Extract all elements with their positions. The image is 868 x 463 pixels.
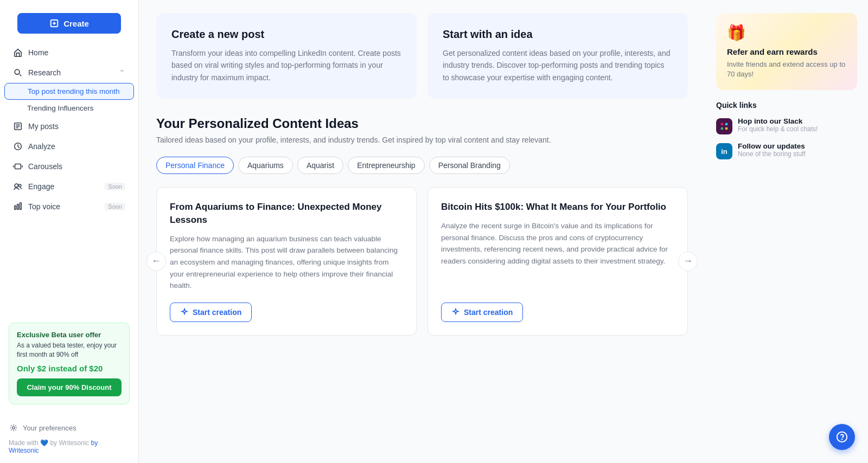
content-card-1: From Aquariums to Finance: Unexpected Mo… — [156, 187, 417, 336]
sidebar-item-research-label: Research — [28, 68, 61, 77]
carousel-next-button[interactable]: → — [678, 252, 698, 271]
section-title: Your Personalized Content Ideas — [156, 116, 688, 131]
tab-aquariums[interactable]: Aquariums — [238, 157, 293, 174]
start-with-idea-title: Start with an idea — [443, 28, 673, 41]
sidebar-nav: Home Research ⌃ Top post trending this m… — [0, 42, 138, 217]
claim-discount-button[interactable]: Claim your 90% Discount — [17, 378, 122, 396]
by-label: by Writesonic — [50, 439, 89, 447]
linkedin-icon: in — [716, 143, 732, 159]
refer-title: Refer and earn rewards — [727, 47, 846, 56]
tab-personal-finance[interactable]: Personal Finance — [156, 157, 234, 174]
svg-rect-14 — [725, 127, 728, 130]
beta-offer-box: Exclusive Beta user offer As a valued be… — [9, 323, 130, 404]
personalized-section: Your Personalized Content Ideas Tailored… — [156, 116, 688, 336]
create-icon — [49, 18, 59, 28]
beta-price: Only $2 instead of $20 — [17, 364, 122, 373]
chevron-up-icon: ⌃ — [119, 68, 125, 77]
sidebar-subitem-trending-influencers-label: Trending Influencers — [27, 104, 94, 112]
svg-point-6 — [18, 184, 21, 187]
linkedin-link-title: Follow our updates — [738, 142, 806, 150]
help-fab[interactable] — [829, 424, 855, 450]
sidebar: Create Home Research ⌃ Top post trending… — [0, 0, 139, 463]
sidebar-item-research[interactable]: Research ⌃ — [4, 63, 134, 82]
sidebar-item-home-label: Home — [28, 48, 48, 57]
made-with-text: Made with — [9, 439, 39, 447]
sidebar-item-home[interactable]: Home — [4, 43, 134, 62]
create-new-post-card[interactable]: Create a new post Transform your ideas i… — [156, 13, 417, 99]
heart-icon: 💙 — [40, 439, 50, 447]
sidebar-item-top-voice-label: Top voice — [28, 202, 60, 211]
refer-card[interactable]: 🎁 Refer and earn rewards Invite friends … — [716, 13, 857, 90]
topvoice-icon — [13, 202, 23, 211]
sidebar-item-analyze-label: Analyze — [28, 142, 55, 151]
quick-links-heading: Quick links — [716, 101, 857, 110]
svg-rect-13 — [721, 127, 724, 130]
preferences-icon — [9, 423, 18, 433]
filter-tabs: Personal Finance Aquariums Aquarist Entr… — [156, 157, 688, 174]
main-content: Create a new post Transform your ideas i… — [139, 0, 705, 463]
carousels-icon — [13, 162, 23, 171]
tab-entrepreneurship[interactable]: Entrepreneurship — [348, 157, 424, 174]
start-creation-label-1: Start creation — [193, 308, 241, 317]
svg-point-5 — [15, 184, 18, 187]
svg-rect-12 — [725, 123, 728, 126]
sidebar-item-top-voice[interactable]: Top voice Soon — [4, 197, 134, 216]
slack-link-desc: For quick help & cool chats! — [738, 125, 818, 133]
quick-link-slack[interactable]: Hop into our Slack For quick help & cool… — [716, 117, 857, 134]
top-cards-row: Create a new post Transform your ideas i… — [156, 13, 688, 99]
content-cards-row: ← From Aquariums to Finance: Unexpected … — [156, 187, 688, 336]
slack-icon — [716, 118, 732, 134]
slack-logo — [719, 121, 729, 131]
tab-personal-branding[interactable]: Personal Branding — [429, 157, 510, 174]
sidebar-footer: Your preferences Made with 💙 by Writeson… — [0, 413, 138, 463]
content-card-1-title: From Aquariums to Finance: Unexpected Mo… — [170, 201, 403, 227]
content-card-2: Bitcoin Hits $100k: What It Means for Yo… — [427, 187, 688, 336]
preferences-item[interactable]: Your preferences — [9, 420, 130, 436]
made-with-footer: Made with 💙 by Writesonic by Writesonic — [9, 439, 130, 454]
svg-rect-4 — [15, 164, 21, 169]
top-voice-badge: Soon — [105, 203, 125, 210]
start-with-idea-card[interactable]: Start with an idea Get personalized cont… — [427, 13, 688, 99]
analyze-icon — [13, 142, 23, 151]
sidebar-subitem-top-post[interactable]: Top post trending this month — [4, 83, 134, 100]
beta-title: Exclusive Beta user offer — [17, 331, 122, 339]
sparkle-icon-1 — [180, 308, 189, 317]
quick-links-section: Quick links Hop into our Slack For quick… — [716, 101, 857, 167]
linkedin-link-desc: None of the boring stuff — [738, 150, 806, 158]
content-card-2-description: Analyze the recent surge in Bitcoin's va… — [441, 220, 674, 292]
section-subtitle: Tailored ideas based on your profile, in… — [156, 134, 688, 146]
sidebar-item-engage[interactable]: Engage Soon — [4, 177, 134, 196]
help-icon — [836, 431, 848, 443]
engage-icon — [13, 182, 23, 191]
start-with-idea-description: Get personalized content ideas based on … — [443, 47, 673, 83]
create-label: Create — [63, 19, 89, 28]
sidebar-item-analyze[interactable]: Analyze — [4, 137, 134, 156]
sidebar-subitem-trending-influencers[interactable]: Trending Influencers — [4, 100, 134, 116]
svg-point-10 — [12, 427, 15, 429]
engage-badge: Soon — [105, 183, 125, 190]
content-card-2-title: Bitcoin Hits $100k: What It Means for Yo… — [441, 201, 674, 214]
create-new-post-title: Create a new post — [171, 28, 401, 41]
start-creation-label-2: Start creation — [464, 308, 513, 317]
svg-rect-8 — [17, 204, 19, 210]
quick-link-linkedin[interactable]: in Follow our updates None of the boring… — [716, 142, 857, 159]
slack-link-title: Hop into our Slack — [738, 117, 818, 125]
svg-rect-11 — [721, 123, 724, 126]
research-icon — [13, 68, 23, 78]
right-panel: 🎁 Refer and earn rewards Invite friends … — [705, 0, 868, 463]
svg-point-1 — [15, 69, 20, 74]
svg-rect-7 — [15, 205, 16, 209]
carousel-prev-button[interactable]: ← — [146, 252, 166, 271]
sidebar-item-carousels-label: Carousels — [28, 162, 62, 171]
content-card-1-description: Explore how managing an aquarium busines… — [170, 233, 403, 292]
preferences-label: Your preferences — [23, 424, 76, 432]
posts-icon — [13, 121, 23, 131]
sidebar-item-my-posts[interactable]: My posts — [4, 117, 134, 136]
sidebar-item-carousels[interactable]: Carousels — [4, 157, 134, 176]
svg-point-16 — [842, 439, 843, 440]
start-creation-button-2[interactable]: Start creation — [441, 303, 523, 322]
create-button[interactable]: Create — [17, 13, 121, 34]
start-creation-button-1[interactable]: Start creation — [170, 303, 252, 322]
tab-aquarist[interactable]: Aquarist — [297, 157, 343, 174]
sidebar-item-engage-label: Engage — [28, 182, 54, 191]
